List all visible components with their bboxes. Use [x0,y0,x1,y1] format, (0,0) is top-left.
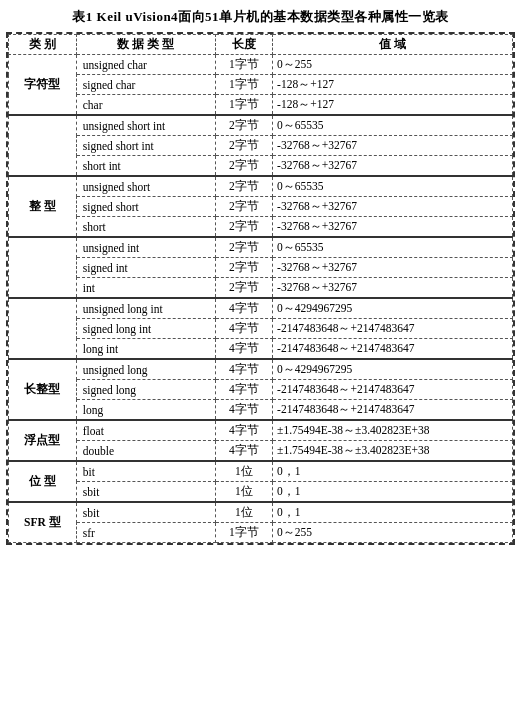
table-row: double4字节±1.75494E-38～±3.402823E+38 [9,441,513,462]
length-cell: 4字节 [215,441,273,462]
category-cell [9,237,77,298]
length-cell: 4字节 [215,380,273,400]
range-cell: -32768～+32767 [273,217,513,238]
type-cell: signed int [76,258,215,278]
length-cell: 1字节 [215,55,273,75]
range-cell: 0～4294967295 [273,298,513,319]
table-row: short2字节-32768～+32767 [9,217,513,238]
length-cell: 2字节 [215,217,273,238]
type-cell: unsigned int [76,237,215,258]
type-cell: unsigned short int [76,115,215,136]
range-cell: 0～4294967295 [273,359,513,380]
length-cell: 2字节 [215,278,273,299]
table-row: 字符型unsigned char1字节0～255 [9,55,513,75]
range-cell: -2147483648～+2147483647 [273,319,513,339]
range-cell: 0，1 [273,482,513,503]
range-cell: -32768～+32767 [273,197,513,217]
category-cell: 长整型 [9,359,77,420]
col-header-category: 类 别 [9,35,77,55]
type-cell: short [76,217,215,238]
length-cell: 2字节 [215,197,273,217]
page-title: 表1 Keil uVision4面向51单片机的基本数据类型各种属性一览表 [6,8,515,26]
length-cell: 4字节 [215,420,273,441]
type-cell: long int [76,339,215,360]
range-cell: -2147483648～+2147483647 [273,400,513,421]
type-cell: signed short [76,197,215,217]
table-row: 长整型unsigned long4字节0～4294967295 [9,359,513,380]
range-cell: -128～+127 [273,75,513,95]
length-cell: 2字节 [215,156,273,177]
range-cell: -32768～+32767 [273,258,513,278]
type-cell: float [76,420,215,441]
table-row: 浮点型float4字节±1.75494E-38～±3.402823E+38 [9,420,513,441]
category-cell: 位 型 [9,461,77,502]
type-cell: unsigned long int [76,298,215,319]
type-cell: unsigned char [76,55,215,75]
range-cell: 0～255 [273,55,513,75]
category-cell [9,298,77,359]
type-cell: signed long [76,380,215,400]
type-cell: double [76,441,215,462]
range-cell: -32768～+32767 [273,136,513,156]
category-cell [9,115,77,176]
table-row: sfr1字节0～255 [9,523,513,543]
range-cell: -32768～+32767 [273,278,513,299]
table-row: signed char1字节-128～+127 [9,75,513,95]
col-header-type: 数 据 类 型 [76,35,215,55]
table-row: signed int2字节-32768～+32767 [9,258,513,278]
table-row: short int2字节-32768～+32767 [9,156,513,177]
category-cell: SFR 型 [9,502,77,543]
length-cell: 2字节 [215,237,273,258]
table-row: sbit1位0，1 [9,482,513,503]
type-cell: unsigned short [76,176,215,197]
table-row: int2字节-32768～+32767 [9,278,513,299]
table-row: long4字节-2147483648～+2147483647 [9,400,513,421]
length-cell: 2字节 [215,115,273,136]
table-row: long int4字节-2147483648～+2147483647 [9,339,513,360]
table-row: SFR 型sbit1位0，1 [9,502,513,523]
type-cell: sfr [76,523,215,543]
length-cell: 4字节 [215,298,273,319]
category-cell: 整 型 [9,176,77,237]
length-cell: 4字节 [215,319,273,339]
length-cell: 2字节 [215,136,273,156]
type-cell: signed char [76,75,215,95]
length-cell: 1字节 [215,95,273,116]
table-row: signed short2字节-32768～+32767 [9,197,513,217]
range-cell: -2147483648～+2147483647 [273,339,513,360]
type-cell: signed short int [76,136,215,156]
table-row: signed long4字节-2147483648～+2147483647 [9,380,513,400]
type-cell: bit [76,461,215,482]
type-cell: short int [76,156,215,177]
range-cell: ±1.75494E-38～±3.402823E+38 [273,441,513,462]
table-row: 整 型unsigned short2字节0～65535 [9,176,513,197]
range-cell: 0～65535 [273,176,513,197]
type-cell: int [76,278,215,299]
table-row: unsigned long int4字节0～4294967295 [9,298,513,319]
type-cell: sbit [76,502,215,523]
table-row: 位 型bit1位0，1 [9,461,513,482]
length-cell: 1位 [215,482,273,503]
range-cell: 0～255 [273,523,513,543]
type-cell: unsigned long [76,359,215,380]
type-cell: signed long int [76,319,215,339]
col-header-range: 值 域 [273,35,513,55]
range-cell: -128～+127 [273,95,513,116]
range-cell: -2147483648～+2147483647 [273,380,513,400]
length-cell: 1字节 [215,523,273,543]
length-cell: 4字节 [215,339,273,360]
length-cell: 1字节 [215,75,273,95]
range-cell: ±1.75494E-38～±3.402823E+38 [273,420,513,441]
length-cell: 1位 [215,461,273,482]
length-cell: 1位 [215,502,273,523]
data-table: 类 别 数 据 类 型 长度 值 域 字符型unsigned char1字节0～… [8,34,513,543]
type-cell: long [76,400,215,421]
range-cell: 0～65535 [273,237,513,258]
page: 表1 Keil uVision4面向51单片机的基本数据类型各种属性一览表 类 … [0,0,521,706]
category-cell: 浮点型 [9,420,77,461]
table-row: signed short int2字节-32768～+32767 [9,136,513,156]
range-cell: 0，1 [273,461,513,482]
type-cell: sbit [76,482,215,503]
range-cell: 0，1 [273,502,513,523]
table-row: char1字节-128～+127 [9,95,513,116]
